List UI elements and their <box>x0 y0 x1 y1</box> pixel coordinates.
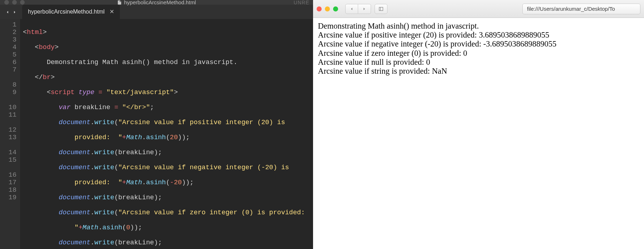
tab-label: hyperbolicArcsineMethod.html <box>28 9 104 15</box>
address-bar[interactable]: file:///Users/arunkumar_c/Desktop/To <box>522 4 640 14</box>
editor-tab-row: hyperbolicArcsineMethod.html ✕ <box>0 5 313 19</box>
output-line: Arcsine value if zero integer (0) is pro… <box>318 49 639 58</box>
sidebar-toggle-button[interactable] <box>375 4 387 14</box>
browser-traffic-lights <box>317 6 338 11</box>
browser-toolbar: file:///Users/arunkumar_c/Desktop/To <box>313 0 644 18</box>
zoom-icon[interactable] <box>333 6 338 11</box>
page-content: Demonstrating Math asinh() method in jav… <box>313 18 644 249</box>
output-line: Demonstrating Math asinh() method in jav… <box>318 21 639 30</box>
nav-forward-icon[interactable] <box>12 10 17 15</box>
editor-tab[interactable]: hyperbolicArcsineMethod.html ✕ <box>22 5 120 19</box>
url-text: file:///Users/arunkumar_c/Desktop/To <box>527 6 615 12</box>
editor-titlebar: hyperbolicArcsineMethod.html UNRE <box>0 0 313 5</box>
file-icon <box>117 0 122 5</box>
browser-forward-button[interactable] <box>358 4 371 14</box>
output-line: Arcsine value if positive integer (20) i… <box>318 30 639 39</box>
tab-close-icon[interactable]: ✕ <box>109 9 114 15</box>
nav-button-group <box>345 4 371 14</box>
code-lines: <html> <body> Demonstrating Math asinh()… <box>20 19 313 249</box>
browser-window: file:///Users/arunkumar_c/Desktop/To Dem… <box>313 0 644 249</box>
nav-back-icon[interactable] <box>5 10 10 15</box>
close-icon[interactable] <box>317 6 322 11</box>
code-area[interactable]: 123 456 78 910 1112 1314 1516 171819 <ht… <box>0 19 313 249</box>
editor-window: hyperbolicArcsineMethod.html UNRE hyperb… <box>0 0 313 249</box>
editor-file-name: hyperbolicArcsineMethod.html <box>124 0 196 5</box>
output-line: Arcsine value if string is provided: NaN <box>318 67 639 75</box>
output-line: Arcsine value if negative integer (-20) … <box>318 39 639 48</box>
minimize-icon[interactable] <box>325 6 330 11</box>
output-line: Arcsine value if null is provided: 0 <box>318 58 639 67</box>
line-gutter: 123 456 78 910 1112 1314 1516 171819 <box>0 19 20 249</box>
browser-back-button[interactable] <box>345 4 358 14</box>
editor-status: UNRE <box>294 0 309 5</box>
nav-arrows <box>0 10 22 19</box>
